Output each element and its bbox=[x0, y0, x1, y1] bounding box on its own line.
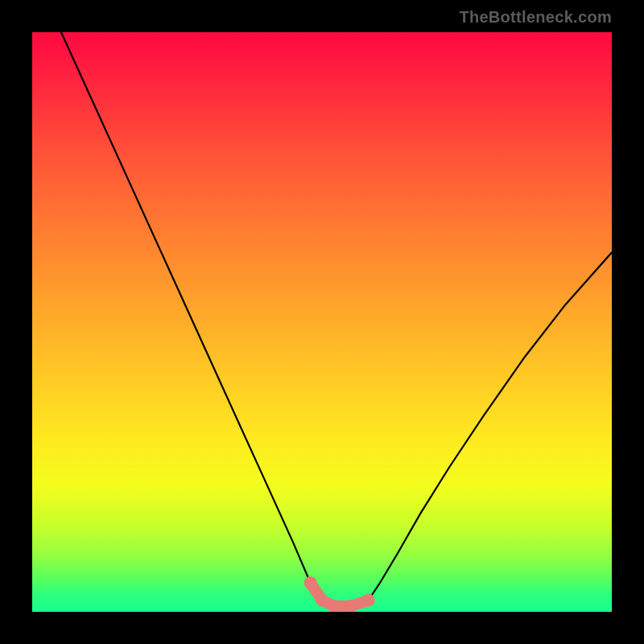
svg-point-4 bbox=[362, 594, 375, 607]
svg-point-1 bbox=[316, 594, 328, 607]
svg-point-0 bbox=[304, 576, 317, 589]
chart-area bbox=[32, 32, 612, 612]
watermark-text: TheBottleneck.com bbox=[459, 8, 612, 27]
bottleneck-chart bbox=[32, 32, 612, 612]
gradient-background bbox=[32, 32, 612, 612]
